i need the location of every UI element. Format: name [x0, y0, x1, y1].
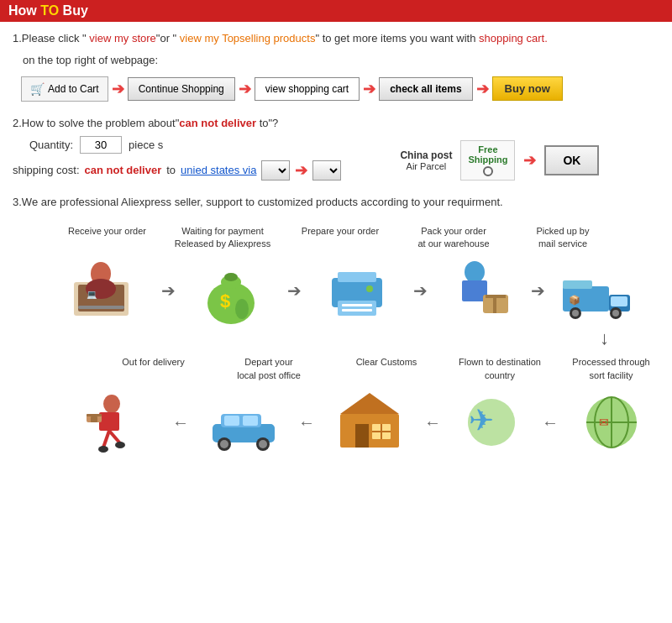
- topselling-link[interactable]: view my Topselling products: [180, 32, 316, 44]
- svg-rect-25: [611, 296, 627, 306]
- svg-text:$: $: [220, 291, 230, 312]
- label-pickup: Picked up bymail service: [517, 225, 609, 251]
- down-arrow-icon: ↓: [600, 327, 609, 349]
- svg-point-11: [235, 299, 249, 319]
- svg-point-52: [259, 440, 267, 448]
- svg-marker-40: [340, 393, 399, 414]
- free-shipping-circle: [483, 166, 493, 176]
- icon-worker: [433, 257, 525, 324]
- destination-link[interactable]: unied states via: [181, 164, 256, 176]
- shipping-row: shipping cost: can not deliver to unied …: [13, 160, 341, 181]
- section-3: 3.We are professional Aliexpress seller,…: [13, 196, 659, 208]
- svg-rect-57: [91, 416, 97, 422]
- icon-printer: [307, 257, 407, 324]
- svg-rect-56: [87, 414, 102, 416]
- view-cart-button[interactable]: view shopping cart: [255, 77, 360, 101]
- label-receive: Receive your order: [59, 225, 155, 251]
- page-title: How TO Buy: [8, 3, 88, 18]
- svg-point-27: [572, 310, 579, 317]
- icon-truck: 📦: [550, 257, 643, 324]
- flow-arrow-b1: ←: [538, 413, 563, 432]
- label-prepare: Prepare your order: [290, 225, 391, 251]
- flow-arrow-b3: ←: [294, 413, 319, 432]
- icon-delivery-man: [71, 389, 168, 456]
- step-flow: 🛒 Add to Cart ➔ Continue Shopping ➔ view…: [21, 76, 659, 102]
- svg-point-50: [220, 440, 228, 448]
- icon-money-bag: $: [181, 257, 281, 324]
- quantity-row: Quantity: piece s: [29, 136, 341, 154]
- svg-point-18: [465, 261, 485, 283]
- cannot-deliver-text: can not deliver: [85, 164, 162, 176]
- svg-rect-16: [342, 309, 372, 312]
- svg-point-53: [103, 395, 120, 413]
- ok-button[interactable]: OK: [544, 145, 599, 175]
- shipping-label: shipping cost:: [13, 164, 80, 176]
- add-to-cart-button[interactable]: 🛒 Add to Cart: [21, 76, 108, 102]
- flow-arrow-4: ➔: [525, 280, 550, 301]
- air-parcel-label: Air Parcel: [400, 161, 452, 171]
- qty-label: Quantity:: [29, 139, 73, 151]
- svg-point-61: [115, 442, 125, 448]
- flow-arrow-1: ➔: [155, 280, 181, 301]
- arrow-ok: ➔: [523, 151, 536, 170]
- flow-arrow-b4: ←: [168, 413, 193, 432]
- quantity-input[interactable]: [80, 136, 122, 154]
- section-1: 1.Please click " view my store"or " view…: [13, 30, 659, 102]
- continue-shopping-button[interactable]: Continue Shopping: [128, 77, 235, 101]
- down-arrow-container: ↓: [13, 327, 609, 349]
- arrow-shipping: ➔: [295, 161, 307, 180]
- icon-car: [193, 389, 294, 456]
- svg-rect-14: [338, 301, 376, 316]
- svg-text:📦: 📦: [569, 294, 580, 306]
- top-icons-row: 💻 ➔ $ ➔: [59, 257, 659, 324]
- label-processed: Processed throughsort facility: [563, 356, 659, 382]
- label-depart: Depart yourlocal post office: [218, 356, 319, 382]
- svg-rect-54: [99, 412, 119, 431]
- label-pack: Pack your orderat our warehouse: [407, 225, 500, 251]
- svg-text:✈: ✈: [469, 403, 494, 437]
- icon-person: 💻: [59, 257, 155, 324]
- arrow-1: ➔: [112, 80, 124, 98]
- china-post-label: China post: [400, 149, 452, 161]
- svg-rect-22: [493, 295, 496, 313]
- free-shipping-text: FreeShipping: [468, 144, 507, 165]
- label-flown: Flown to destinationcountry: [454, 356, 546, 382]
- label-waiting: Waiting for paymentReleased by Aliexpres…: [172, 225, 273, 251]
- shipping-dropdown-1[interactable]: [261, 160, 290, 181]
- icon-sort-facility: ✉: [563, 389, 659, 456]
- section-2: 2.How to solve the problem about"can not…: [13, 117, 659, 181]
- cannot-deliver-label: can not deliver: [179, 117, 256, 129]
- svg-rect-13: [338, 272, 376, 282]
- svg-rect-47: [224, 416, 239, 426]
- svg-point-17: [366, 285, 373, 292]
- svg-rect-48: [243, 416, 258, 426]
- flow-arrow-3: ➔: [407, 280, 433, 301]
- check-items-button[interactable]: check all items: [379, 77, 472, 101]
- arrow-2: ➔: [239, 80, 251, 98]
- view-store-link[interactable]: view my store: [89, 32, 155, 44]
- china-post-info: China post Air Parcel: [400, 149, 452, 171]
- bottom-icons-row: ✉ ← ✈ ←: [59, 389, 659, 456]
- arrow-4: ➔: [476, 80, 489, 98]
- process-section: Receive your order Waiting for paymentRe…: [13, 225, 659, 462]
- free-shipping-box: FreeShipping: [460, 140, 515, 181]
- label-customs: Clear Customs: [336, 356, 437, 382]
- flow-arrow-2: ➔: [281, 280, 307, 301]
- svg-line-59: [109, 431, 120, 443]
- shipping-dropdown-2[interactable]: [312, 160, 341, 181]
- svg-line-58: [103, 431, 109, 448]
- header-bar: How TO Buy: [0, 0, 672, 22]
- section3-text: 3.We are professional Aliexpress seller,…: [13, 196, 659, 208]
- svg-rect-15: [342, 304, 372, 306]
- svg-point-9: [224, 273, 238, 281]
- shopping-cart-link[interactable]: shopping cart.: [479, 32, 548, 44]
- svg-rect-4: [78, 306, 124, 309]
- section1-text: 1.Please click " view my store"or " view…: [13, 30, 659, 48]
- flow-arrow-b2: ←: [420, 413, 445, 432]
- label-delivery: Out for delivery: [105, 356, 202, 382]
- qty-unit: piece s: [129, 139, 163, 151]
- main-content: 1.Please click " view my store"or " view…: [0, 22, 672, 469]
- buy-now-button[interactable]: Buy now: [492, 76, 563, 101]
- top-labels-row: Receive your order Waiting for paymentRe…: [59, 225, 659, 251]
- section1-subtext: on the top right of webpage:: [23, 54, 158, 66]
